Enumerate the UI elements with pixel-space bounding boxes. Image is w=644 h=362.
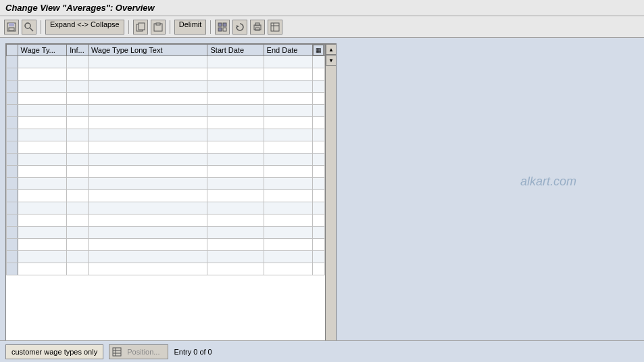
table-row[interactable] <box>7 166 325 178</box>
table-row[interactable] <box>7 105 325 117</box>
col-header-end-date: End Date <box>264 45 313 56</box>
scroll-down-btn[interactable]: ▼ <box>326 55 337 66</box>
table-row[interactable] <box>7 227 325 239</box>
table-row[interactable] <box>7 56 325 68</box>
table-row[interactable] <box>7 263 325 275</box>
svg-rect-11 <box>218 28 222 31</box>
svg-rect-20 <box>113 348 121 356</box>
svg-rect-1 <box>9 23 14 26</box>
col-header-info: Inf... <box>67 45 89 56</box>
vertical-scrollbar[interactable]: ▲ ▼ <box>325 44 336 353</box>
svg-rect-10 <box>223 23 226 26</box>
toolbar-copy-icon[interactable] <box>133 20 148 35</box>
table-container: ▲ ▼ Wage Ty... Inf... Wage Type Long Tex… <box>5 43 337 354</box>
scroll-up-btn[interactable]: ▲ <box>326 44 337 55</box>
toolbar-icon-1[interactable] <box>4 20 19 35</box>
svg-rect-6 <box>139 23 145 30</box>
main-content: ▲ ▼ Wage Ty... Inf... Wage Type Long Tex… <box>0 38 644 359</box>
page-title: Change View "Averages": Overview <box>0 0 644 16</box>
toolbar-sep-3 <box>170 20 170 34</box>
toolbar-sep-1 <box>41 20 41 34</box>
col-header-start-date: Start Date <box>207 45 264 56</box>
delimit-btn[interactable]: Delimit <box>174 20 207 35</box>
table-row[interactable] <box>7 251 325 263</box>
toolbar: Expand <-> Collapse Delimit <box>0 16 644 38</box>
table-row[interactable] <box>7 129 325 141</box>
toolbar-refresh-icon[interactable] <box>232 20 247 35</box>
data-table: Wage Ty... Inf... Wage Type Long Text St… <box>6 44 325 275</box>
table-row[interactable] <box>7 93 325 105</box>
table-row[interactable] <box>7 81 325 93</box>
table-row[interactable] <box>7 117 325 129</box>
svg-rect-8 <box>156 23 160 25</box>
toolbar-sep-2 <box>128 20 129 34</box>
svg-line-4 <box>30 28 33 31</box>
table-row[interactable] <box>7 68 325 81</box>
toolbar-sep-4 <box>210 20 211 34</box>
table-row[interactable] <box>7 178 325 190</box>
svg-rect-12 <box>223 28 226 31</box>
toolbar-print-icon[interactable] <box>250 20 265 35</box>
col-header-long-text: Wage Type Long Text <box>88 45 207 56</box>
svg-rect-17 <box>271 23 279 31</box>
toolbar-settings-icon[interactable] <box>268 20 282 35</box>
svg-marker-13 <box>237 25 239 28</box>
toolbar-icon-2[interactable] <box>22 20 36 35</box>
table-row[interactable] <box>7 190 325 202</box>
toolbar-paste-icon[interactable] <box>151 20 166 35</box>
svg-rect-2 <box>9 28 14 30</box>
toolbar-choose-icon[interactable] <box>215 20 230 35</box>
expand-collapse-btn[interactable]: Expand <-> Collapse <box>45 20 124 35</box>
col-settings-btn[interactable]: ▦ <box>313 45 325 56</box>
position-icon <box>112 347 122 357</box>
row-selector-header <box>7 45 18 56</box>
table-row[interactable] <box>7 154 325 166</box>
table-row[interactable] <box>7 141 325 154</box>
entry-info: Entry 0 of 0 <box>174 348 212 356</box>
col-header-wage-type: Wage Ty... <box>18 45 67 56</box>
position-btn-container[interactable]: Position... <box>109 344 168 359</box>
table-row[interactable] <box>7 214 325 227</box>
table-row[interactable] <box>7 202 325 214</box>
table-row[interactable] <box>7 239 325 251</box>
bottom-bar: customer wage types only Position... Ent… <box>0 340 644 362</box>
svg-point-3 <box>25 23 30 28</box>
svg-rect-9 <box>218 23 222 26</box>
position-btn-label: Position... <box>122 348 165 356</box>
customer-wage-types-btn[interactable]: customer wage types only <box>5 344 103 359</box>
